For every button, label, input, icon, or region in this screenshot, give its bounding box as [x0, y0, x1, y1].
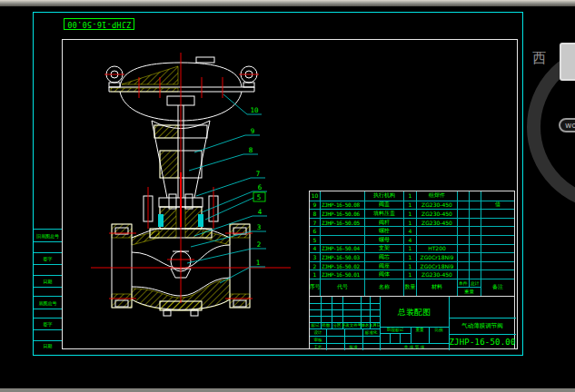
balloon-1: 1 [256, 259, 261, 267]
header-note: 备注 [481, 279, 514, 296]
part-unit-weight [458, 227, 470, 235]
balloon-3: 3 [257, 223, 262, 231]
part-qty: 1 [404, 245, 417, 253]
part-qty: 1 [404, 253, 417, 261]
part-no: 9 [310, 201, 321, 210]
part-code [321, 227, 365, 235]
part-total-weight [470, 236, 481, 244]
part-material [417, 236, 458, 244]
revision-label: 标记 [310, 322, 321, 328]
sign-label-approve: 批准 [344, 343, 362, 350]
part-unit-weight [458, 236, 470, 244]
drawing-number: ZJHP-16-50.00 [449, 334, 516, 350]
part-total-weight [470, 270, 481, 279]
sign-label-process: 工艺 [310, 343, 326, 350]
parts-header-row: 序号 代号 名称 数量 材料 单件 总计 重量 备注 [310, 279, 514, 296]
part-no: 5 [310, 236, 321, 244]
part-unit-weight [458, 201, 470, 210]
part-name: 阀盖 [365, 201, 404, 210]
part-unit-weight [458, 245, 470, 253]
part-total-weight [470, 191, 481, 201]
part-note [481, 245, 514, 253]
part-material: HT200 [417, 245, 458, 253]
part-qty: 1 [404, 201, 417, 210]
part-no: 10 [310, 191, 321, 201]
balloon-7: 7 [256, 170, 261, 178]
header-no: 序号 [310, 279, 321, 296]
part-code: ZJHP-16-50.02 [321, 262, 365, 270]
balloon-9: 9 [251, 127, 255, 135]
part-material: 组焊件 [417, 191, 458, 201]
balloon-5: 5 [257, 193, 262, 201]
part-no: 3 [310, 253, 321, 261]
part-qty: 1 [404, 219, 417, 227]
balloon-6: 6 [258, 183, 263, 191]
table-row: 9 ZJHP-16-50.08 阀盖 1 ZG230-450 借 [310, 201, 514, 210]
part-note [481, 253, 514, 261]
table-row: 4 ZJHP-16-50.04 支架 1 HT200 [310, 244, 514, 253]
part-material: ZG0Cr18Ni9 [417, 262, 458, 270]
weight-label: 重量 [411, 327, 429, 333]
scale-label: 比例 [429, 327, 449, 333]
part-total-weight [470, 227, 481, 235]
balloon-8: 8 [249, 146, 253, 154]
part-qty: 1 [404, 191, 417, 201]
sheet-count-label: 共 张 第 张 [380, 343, 449, 350]
table-row: 10 执行机构 1 组焊件 [310, 191, 514, 201]
part-no: 8 [310, 210, 321, 218]
balloon-4: 4 [258, 208, 263, 216]
header-qty: 数量 [404, 279, 417, 296]
part-no: 4 [310, 245, 321, 253]
table-row: 6 螺栓 4 [310, 226, 514, 235]
part-code: ZJHP-16-50.05 [321, 219, 365, 227]
part-note [481, 227, 514, 235]
part-code: ZJHP-16-50.08 [321, 201, 365, 210]
part-note [481, 270, 514, 279]
header-unit-weight: 单件 [458, 279, 470, 287]
part-total-weight [470, 201, 481, 210]
part-qty: 1 [404, 270, 417, 279]
part-unit-weight [458, 270, 470, 279]
part-code: ZJHP-16-50.06 [321, 210, 365, 218]
parts-list-table: 10 执行机构 1 组焊件 9 ZJHP-16-50.08 阀盖 1 ZG230… [309, 191, 515, 296]
part-note: 借 [481, 201, 514, 210]
table-row: 7 ZJHP-16-50.05 阀杆 1 ZG230-450 [310, 218, 514, 227]
part-unit-weight [458, 253, 470, 261]
part-name: 填料压盖 [365, 210, 404, 218]
part-total-weight [470, 253, 481, 261]
balloon-10: 10 [250, 106, 259, 114]
part-no: 6 [310, 227, 321, 235]
leader-lines [187, 94, 267, 283]
table-row: 8 ZJHP-16-50.06 填料压盖 1 ZG230-450 [310, 209, 514, 218]
part-code: ZJHP-16-50.03 [321, 253, 365, 261]
part-material: ZG0Cr18Ni9 [417, 253, 458, 261]
part-no: 2 [310, 262, 321, 270]
part-total-weight [470, 210, 481, 218]
part-material [417, 227, 458, 235]
title-block: 标记 处数 分区 更改文件号 签名 年月日 设计 审核 工艺 标准化 批准 总装… [309, 296, 515, 349]
part-name: 阀芯 [365, 253, 404, 261]
part-code [321, 236, 365, 244]
part-note [481, 262, 514, 270]
header-weight-group: 单件 总计 重量 [458, 279, 481, 296]
balloon-numbers: 10 9 8 7 6 5 4 3 2 1 [249, 106, 265, 267]
table-row: 2 ZJHP-16-50.02 阀座 1 ZG0Cr18Ni9 [310, 261, 514, 270]
revision-label: 处数 [321, 322, 332, 328]
sign-label-check: 审核 [310, 336, 326, 343]
part-unit-weight [458, 262, 470, 270]
part-material: ZG230-450 [417, 210, 458, 218]
header-total-weight: 总计 [470, 279, 481, 287]
product-name: 气动薄膜调节阀 [449, 318, 516, 334]
part-unit-weight [458, 219, 470, 227]
part-unit-weight [458, 210, 470, 218]
revision-label: 更改文件号 [342, 322, 361, 328]
part-code: ZJHP-16-50.04 [321, 245, 365, 253]
part-no: 1 [310, 270, 321, 279]
part-material: ZG230-450 [417, 201, 458, 210]
header-material: 材料 [417, 279, 458, 296]
revision-label: 分区 [332, 322, 342, 328]
table-row: 5 螺母 4 [310, 235, 514, 244]
drawing-title: 总装配图 [380, 299, 449, 325]
part-material: ZG230-450 [417, 219, 458, 227]
part-qty: 4 [404, 236, 417, 244]
